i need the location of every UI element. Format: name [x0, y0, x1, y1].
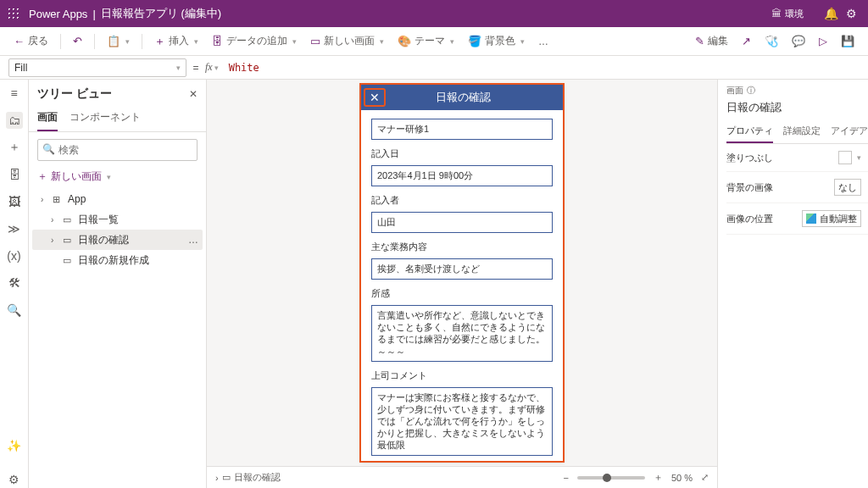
- tab-advanced[interactable]: 詳細設定: [783, 120, 821, 143]
- hamburger-icon[interactable]: ≡: [6, 85, 23, 102]
- data-pane-icon[interactable]: 🗄: [6, 166, 23, 183]
- field-value[interactable]: 言葉遣いや所作など、意識しないとできないことも多く、自然にできるようになるまでに…: [371, 305, 553, 362]
- arrow-left-icon: ←: [14, 35, 25, 47]
- properties-panel: 画面ⓘ 日報の確認 プロパティ 詳細設定 アイデア 塗りつぶし ▾ 背景の画像 …: [717, 80, 868, 488]
- more-icon[interactable]: …: [188, 234, 199, 246]
- fit-to-window-icon[interactable]: ⤢: [701, 472, 709, 483]
- tree-node-screen[interactable]: ▭ 日報の新規作成: [32, 250, 203, 270]
- ask-virtual-agent-icon[interactable]: ✨: [6, 437, 23, 454]
- settings-pane-icon[interactable]: ⚙: [6, 471, 23, 488]
- field-value[interactable]: 挨拶、名刺受け渡しなど: [371, 258, 553, 280]
- tree-node-screen[interactable]: › ▭ 日報一覧: [32, 209, 203, 230]
- prop-value-fill[interactable]: ▾: [838, 151, 861, 164]
- screen-header-title: 日報の確認: [386, 90, 563, 105]
- left-rail: ≡ 🗂 ＋ 🗄 🖼 ≫ (x) 🛠 🔍 ✨ ⚙: [0, 80, 29, 488]
- field-label: 所感: [371, 287, 553, 300]
- property-dropdown[interactable]: Fill ▾: [8, 58, 186, 77]
- bucket-icon: 🪣: [468, 35, 481, 47]
- chevron-down-icon: ▾: [450, 37, 454, 46]
- zoom-slider[interactable]: [577, 476, 645, 480]
- breadcrumb[interactable]: › ▭ 日報の確認: [215, 471, 281, 484]
- app-launcher-icon[interactable]: [7, 7, 20, 20]
- new-screen-button[interactable]: ▭新しい画面▾: [305, 30, 389, 52]
- more-commands-button[interactable]: …: [533, 32, 554, 51]
- notifications-icon[interactable]: 🔔: [821, 7, 841, 20]
- zoom-in-button[interactable]: ＋: [654, 471, 663, 484]
- back-button[interactable]: ←戻る: [8, 30, 53, 52]
- chat-icon: 💬: [792, 35, 805, 47]
- zoom-out-button[interactable]: −: [563, 473, 568, 483]
- tree-view-title: ツリー ビュー: [37, 86, 112, 102]
- search-pane-icon[interactable]: 🔍: [6, 302, 23, 319]
- database-icon: 🗄: [212, 35, 223, 47]
- chevron-right-icon: ›: [41, 195, 49, 204]
- chevron-down-icon: ▾: [380, 37, 384, 46]
- tab-properties[interactable]: プロパティ: [726, 120, 773, 143]
- add-data-button[interactable]: 🗄データの追加▾: [207, 30, 302, 52]
- media-pane-icon[interactable]: 🖼: [6, 193, 23, 210]
- advanced-tools-icon[interactable]: 🛠: [6, 274, 23, 291]
- prop-value-img-pos[interactable]: 自動調整: [802, 210, 861, 227]
- prop-label-img-pos: 画像の位置: [726, 213, 773, 225]
- close-icon[interactable]: ✕: [364, 88, 386, 107]
- zoom-level: 50 %: [671, 473, 693, 483]
- paste-button[interactable]: 📋▾: [102, 31, 135, 51]
- tree-view-icon[interactable]: 🗂: [6, 112, 23, 129]
- field-label: 記入日: [371, 147, 553, 160]
- field-value[interactable]: マナーは実際にお客様と接するなかで、少しずつ身に付いていきます。まず研修では「ど…: [371, 387, 553, 456]
- share-button[interactable]: ↗: [737, 31, 756, 51]
- chevron-down-icon: ▾: [125, 37, 130, 46]
- field-value[interactable]: 2023年4月1日 9時00分: [371, 165, 553, 186]
- save-icon: 💾: [841, 35, 854, 47]
- undo-icon: ↶: [73, 35, 82, 47]
- screen-icon: ▭: [63, 255, 75, 266]
- variables-icon[interactable]: (x): [6, 247, 23, 264]
- theme-button[interactable]: 🎨テーマ▾: [392, 30, 459, 52]
- close-panel-icon[interactable]: ✕: [189, 88, 198, 100]
- equals-sign: =: [186, 62, 205, 74]
- tree-node-screen-selected[interactable]: › ▭ 日報の確認 …: [32, 230, 203, 250]
- search-icon: 🔍: [42, 143, 55, 155]
- chevron-down-icon: ▾: [292, 37, 297, 46]
- new-screen-button[interactable]: ＋新しい画面▾: [29, 166, 206, 189]
- settings-gear-icon[interactable]: ⚙: [841, 7, 861, 20]
- power-automate-icon[interactable]: ≫: [6, 220, 23, 237]
- environment-picker[interactable]: 🏛環境: [771, 8, 804, 19]
- selection-type-label: 画面ⓘ: [726, 85, 868, 97]
- product-name: Power Apps: [29, 8, 87, 20]
- tab-ideas[interactable]: アイデア: [831, 120, 868, 143]
- chevron-down-icon: ▾: [520, 37, 525, 46]
- tree-search-input[interactable]: [37, 139, 198, 161]
- tab-screens[interactable]: 画面: [37, 105, 58, 131]
- play-icon: ▷: [819, 35, 827, 47]
- undo-button[interactable]: ↶: [68, 31, 87, 51]
- canvas[interactable]: ✕ 日報の確認 マナー研修1 記入日 2023年4月1日 9時00分 記入者 山…: [207, 80, 717, 466]
- plus-icon: ＋: [154, 34, 165, 49]
- chevron-right-icon: ›: [215, 473, 219, 483]
- environment-icon: 🏛: [771, 8, 782, 19]
- save-button[interactable]: 💾: [836, 31, 860, 51]
- pencil-icon: ✎: [695, 35, 704, 47]
- share-icon: ↗: [742, 35, 751, 47]
- insert-button[interactable]: ＋挿入▾: [149, 30, 203, 53]
- chevron-right-icon: ›: [51, 215, 59, 225]
- app-checker-button[interactable]: 🩺: [760, 31, 783, 51]
- screen-icon: ▭: [310, 35, 320, 47]
- palette-icon: 🎨: [398, 35, 411, 47]
- screen-preview[interactable]: ✕ 日報の確認 マナー研修1 記入日 2023年4月1日 9時00分 記入者 山…: [361, 85, 563, 461]
- field-value[interactable]: マナー研修1: [371, 119, 553, 140]
- tab-components[interactable]: コンポーネント: [70, 105, 141, 131]
- preview-button[interactable]: ▷: [814, 31, 832, 51]
- field-label: 記入者: [371, 194, 553, 207]
- formula-input[interactable]: White: [224, 62, 868, 74]
- edit-button[interactable]: ✎編集: [690, 30, 733, 52]
- info-icon[interactable]: ⓘ: [747, 85, 755, 97]
- prop-value-bg-image[interactable]: なし: [834, 179, 861, 196]
- insert-pane-icon[interactable]: ＋: [6, 139, 23, 156]
- chevron-down-icon[interactable]: ▾: [214, 64, 219, 72]
- bg-color-button[interactable]: 🪣背景色▾: [463, 30, 530, 52]
- comments-button[interactable]: 💬: [787, 31, 810, 51]
- tree-node-app[interactable]: › ⊞ App: [32, 189, 203, 209]
- field-value[interactable]: 山田: [371, 212, 553, 233]
- prop-label-fill: 塗りつぶし: [726, 152, 773, 164]
